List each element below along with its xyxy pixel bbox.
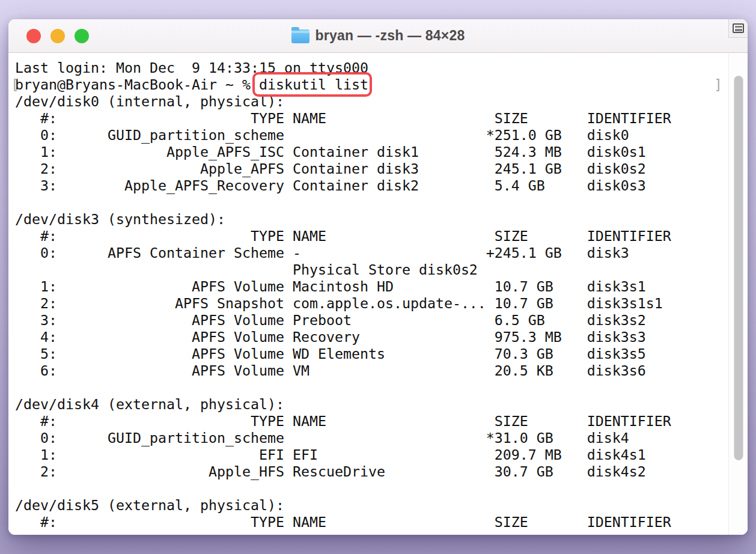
close-button[interactable] — [26, 29, 41, 43]
terminal-line: Physical Store disk0s2 — [15, 261, 710, 278]
window-title: bryan — -zsh — 84×28 — [316, 28, 465, 44]
terminal-line: 6: APFS Volume VM 20.5 KB disk3s6 — [15, 362, 710, 379]
terminal-line: 3: APFS Volume Preboot 6.5 GB disk3s2 — [15, 312, 710, 329]
terminal-line: /dev/disk5 (external, physical): — [15, 497, 710, 514]
terminal-line: 0: GUID_partition_scheme *251.0 GB disk0 — [15, 127, 710, 144]
terminal-line: /dev/disk0 (internal, physical): — [15, 93, 710, 110]
prompt-line: [bryan@Bryans-MacBook-Air ~ % diskutil l… — [15, 76, 710, 93]
terminal-line: 0: APFS Container Scheme - +245.1 GB dis… — [15, 245, 710, 261]
terminal-line — [15, 379, 710, 396]
terminal-content[interactable]: Last login: Mon Dec 9 14:33:15 on ttys00… — [8, 53, 748, 535]
window-titlebar[interactable]: bryan — -zsh — 84×28 — [8, 19, 748, 53]
terminal-line: 2: Apple_HFS RescueDrive 30.7 GB disk4s2 — [15, 463, 710, 480]
scrollbar-track[interactable] — [728, 53, 748, 535]
terminal-line: 0: GUID_partition_scheme *31.0 GB disk4 — [15, 430, 710, 446]
terminal-line: 1: EFI EFI 209.7 MB disk4s1 — [15, 446, 710, 463]
terminal-window: bryan — -zsh — 84×28 Last login: Mon Dec… — [8, 19, 748, 535]
prompt-mark-open: [ — [11, 76, 19, 93]
terminal-line: 3: Apple_APFS_Recovery Container disk2 5… — [15, 177, 710, 194]
terminal-line: #: TYPE NAME SIZE IDENTIFIER — [15, 413, 710, 430]
terminal-text: Last login: Mon Dec 9 14:33:15 on ttys00… — [8, 53, 728, 535]
terminal-line: 5: APFS Volume WD Elements 70.3 GB disk3… — [15, 345, 710, 362]
zoom-button[interactable] — [75, 29, 89, 43]
scrollbar-thumb[interactable] — [734, 76, 743, 460]
terminal-line: 2: Apple_APFS Container disk3 245.1 GB d… — [15, 160, 710, 177]
terminal-output: /dev/disk0 (internal, physical): #: TYPE… — [15, 93, 710, 531]
traffic-light-buttons — [26, 29, 89, 43]
split-pane-button[interactable] — [728, 19, 748, 38]
terminal-line: #: TYPE NAME SIZE IDENTIFIER — [15, 514, 710, 531]
terminal-line: 1: APFS Volume Macintosh HD 10.7 GB disk… — [15, 278, 710, 295]
terminal-line: /dev/disk4 (external, physical): — [15, 396, 710, 413]
last-login-line: Last login: Mon Dec 9 14:33:15 on ttys00… — [15, 59, 710, 76]
split-pane-icon — [733, 23, 744, 33]
prompt-text: bryan@Bryans-MacBook-Air ~ % — [15, 76, 259, 93]
terminal-line: #: TYPE NAME SIZE IDENTIFIER — [15, 228, 710, 245]
title-group: bryan — -zsh — 84×28 — [291, 28, 465, 44]
terminal-line: /dev/disk3 (synthesized): — [15, 211, 710, 228]
terminal-line — [15, 480, 710, 497]
minimize-button[interactable] — [50, 29, 65, 43]
folder-icon — [291, 29, 309, 43]
terminal-line: 4: APFS Volume Recovery 975.3 MB disk3s3 — [15, 329, 710, 345]
prompt-mark-close: ] — [714, 76, 722, 93]
terminal-line: #: TYPE NAME SIZE IDENTIFIER — [15, 110, 710, 127]
terminal-line — [15, 194, 710, 211]
highlighted-command: diskutil list — [259, 76, 368, 93]
terminal-line: 2: APFS Snapshot com.apple.os.update-...… — [15, 295, 710, 312]
terminal-line: 1: Apple_APFS_ISC Container disk1 524.3 … — [15, 144, 710, 160]
